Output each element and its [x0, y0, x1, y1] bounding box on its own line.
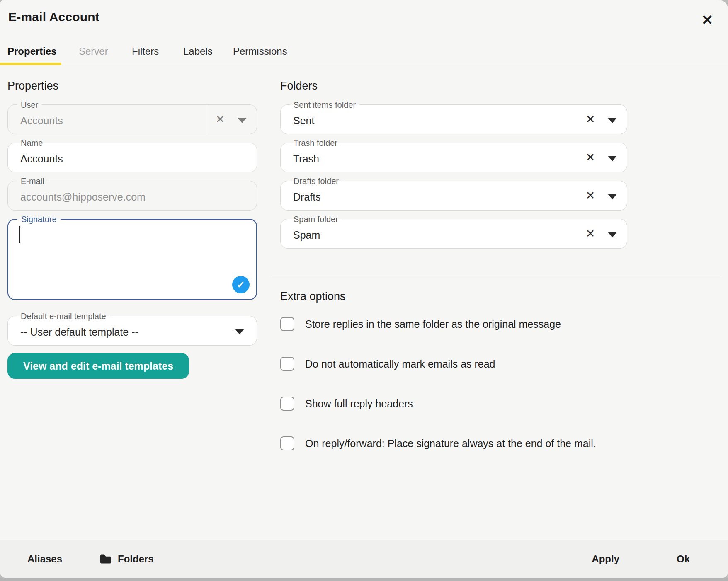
name-field[interactable]: Name Accounts	[7, 143, 257, 172]
trash-folder-label: Trash folder	[290, 137, 341, 149]
sent-items-folder-value: Sent	[293, 115, 573, 127]
user-field-separator	[206, 105, 206, 134]
spam-folder-label: Spam folder	[290, 213, 342, 225]
option-row-signature-placement: On reply/forward: Place signature always…	[280, 435, 596, 452]
email-account-dialog: E-mail Account ✕ Properties Server Filte…	[0, 0, 728, 578]
backdrop-strip	[0, 578, 728, 581]
signature-field[interactable]: Signature ✓	[7, 219, 257, 300]
option-row-store-replies: Store replies in the same folder as the …	[280, 316, 561, 332]
apply-button[interactable]: Apply	[592, 553, 619, 565]
drafts-folder-value: Drafts	[293, 191, 573, 203]
tab-labels[interactable]: Labels	[183, 46, 213, 57]
folders-section-heading: Folders	[280, 80, 318, 92]
option-row-reply-headers: Show full reply headers	[280, 395, 413, 412]
trash-dropdown-caret-icon[interactable]	[608, 156, 617, 161]
user-dropdown-caret-icon[interactable]	[238, 118, 247, 123]
sent-clear-icon[interactable]: ✕	[581, 105, 599, 134]
aliases-button-label: Aliases	[27, 553, 62, 565]
properties-section-heading: Properties	[7, 80, 58, 92]
footer-bar: Aliases Folders Apply Ok	[0, 540, 728, 578]
reply-headers-label: Show full reply headers	[305, 398, 413, 410]
active-tab-underline	[0, 63, 61, 65]
default-template-select[interactable]: Default e-mail template -- User default …	[7, 316, 257, 346]
user-field[interactable]: User Accounts ✕	[7, 104, 257, 134]
name-field-value: Accounts	[20, 153, 203, 165]
sent-items-folder-field[interactable]: Sent items folder Sent ✕	[280, 104, 627, 134]
user-field-label: User	[17, 99, 42, 111]
signature-field-label: Signature	[17, 213, 61, 225]
mark-read-checkbox[interactable]	[280, 357, 294, 371]
email-field: E-mail accounts@hipposerve.com	[7, 181, 257, 211]
text-cursor	[19, 226, 20, 243]
drafts-folder-field[interactable]: Drafts folder Drafts ✕	[280, 181, 627, 211]
aliases-button[interactable]: Aliases	[27, 553, 62, 565]
spam-folder-field[interactable]: Spam folder Spam ✕	[280, 219, 627, 249]
email-field-value: accounts@hipposerve.com	[20, 191, 203, 203]
store-replies-checkbox[interactable]	[280, 317, 294, 331]
name-field-label: Name	[17, 137, 46, 149]
ok-button[interactable]: Ok	[677, 553, 690, 565]
tab-permissions[interactable]: Permissions	[233, 46, 287, 57]
close-icon[interactable]: ✕	[696, 9, 718, 31]
trash-folder-field[interactable]: Trash folder Trash ✕	[280, 143, 627, 172]
option-row-mark-read: Do not automatically mark emails as read	[280, 356, 495, 372]
sent-items-folder-label: Sent items folder	[290, 99, 359, 111]
trash-clear-icon[interactable]: ✕	[581, 143, 599, 172]
default-template-value: -- User default template --	[20, 326, 203, 338]
mark-read-label: Do not automatically mark emails as read	[305, 358, 495, 370]
folder-icon	[99, 554, 112, 564]
drafts-dropdown-caret-icon[interactable]	[608, 194, 617, 199]
sent-dropdown-caret-icon[interactable]	[608, 118, 617, 123]
trash-folder-value: Trash	[293, 153, 573, 165]
user-field-value: Accounts	[20, 115, 203, 127]
store-replies-label: Store replies in the same folder as the …	[305, 318, 561, 330]
drafts-folder-label: Drafts folder	[290, 175, 342, 187]
view-edit-templates-button[interactable]: View and edit e-mail templates	[7, 353, 189, 379]
signature-placement-checkbox[interactable]	[280, 436, 294, 450]
tab-filters[interactable]: Filters	[132, 46, 159, 57]
folders-button-label: Folders	[118, 553, 154, 565]
template-dropdown-caret-icon[interactable]	[235, 329, 244, 334]
extra-options-divider	[270, 277, 721, 277]
tab-properties[interactable]: Properties	[7, 46, 57, 57]
reply-headers-checkbox[interactable]	[280, 397, 294, 411]
folders-button[interactable]: Folders	[99, 553, 154, 565]
default-template-label: Default e-mail template	[17, 310, 110, 322]
spam-clear-icon[interactable]: ✕	[581, 219, 599, 248]
ok-button-label: Ok	[677, 553, 690, 565]
email-field-label: E-mail	[17, 175, 48, 187]
tab-bar: Properties Server Filters Labels Permiss…	[0, 43, 728, 65]
signature-placement-label: On reply/forward: Place signature always…	[305, 438, 596, 450]
spam-dropdown-caret-icon[interactable]	[608, 232, 617, 237]
spam-folder-value: Spam	[293, 229, 573, 241]
signature-check-badge-icon[interactable]: ✓	[232, 276, 250, 293]
extra-options-heading: Extra options	[280, 290, 346, 303]
drafts-clear-icon[interactable]: ✕	[581, 181, 599, 210]
user-clear-icon[interactable]: ✕	[211, 105, 229, 134]
dialog-title: E-mail Account	[8, 10, 99, 24]
tab-server[interactable]: Server	[79, 46, 108, 57]
apply-button-label: Apply	[592, 553, 619, 565]
